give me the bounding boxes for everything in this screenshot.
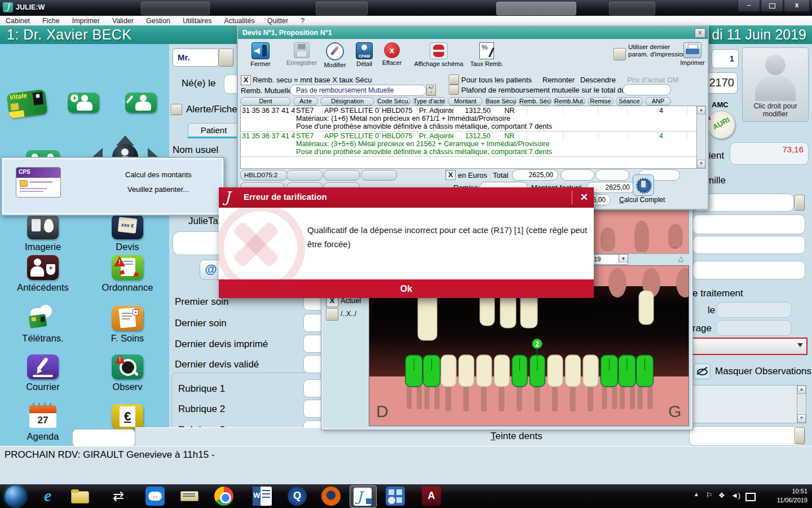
rp-field-4[interactable]: [692, 261, 805, 279]
taskbar-explorer-icon[interactable]: [70, 487, 89, 506]
devis-column-header[interactable]: Séance: [616, 97, 643, 106]
masquer-observations-label[interactable]: Masquer Observations: [715, 366, 811, 377]
le-field[interactable]: [716, 302, 792, 318]
alt-button[interactable]: ALT↕: [426, 85, 436, 96]
taskbar-control-panel-icon[interactable]: [386, 487, 405, 506]
calcul-complet-label[interactable]: Calcul Complet: [619, 196, 665, 204]
tray-flag-icon[interactable]: ⚐: [706, 491, 713, 500]
rp-field-3[interactable]: [692, 236, 805, 254]
rp-field-2[interactable]: [692, 214, 805, 234]
menu-fiche[interactable]: Fiche: [42, 17, 60, 25]
detail-button[interactable]: CPAM Détail: [352, 42, 377, 67]
sidebar-item-imagerie-icon[interactable]: [27, 214, 59, 239]
devis-column-header[interactable]: Remb. Sécu: [519, 97, 551, 106]
observations-box[interactable]: [690, 385, 798, 423]
tray-volume-icon[interactable]: ◄): [731, 491, 740, 500]
tray-clock[interactable]: 10:5111/06/2019: [777, 487, 807, 505]
menu-help[interactable]: ?: [301, 17, 304, 25]
edit-patient-button[interactable]: [125, 93, 157, 113]
chevron-down-icon[interactable]: ▼: [619, 255, 628, 263]
close-button[interactable]: x: [784, 0, 810, 12]
civility-dropdown-button[interactable]: [219, 49, 233, 67]
devis-column-header[interactable]: Acte: [293, 97, 318, 106]
taskbar-chrome-icon[interactable]: [214, 487, 233, 506]
tray-network-icon[interactable]: [745, 493, 756, 501]
menu-utilitaires[interactable]: Utilitaires: [183, 17, 211, 25]
devis-column-header[interactable]: Désignation: [320, 97, 374, 106]
menu-gestion[interactable]: Gestion: [146, 17, 170, 25]
error-close-icon[interactable]: ✕: [572, 191, 588, 204]
sidebar-item-ordonnance-icon[interactable]: !: [112, 255, 143, 280]
en-euros-checkbox[interactable]: X: [445, 170, 456, 180]
sidebar-item-antecedents-label[interactable]: Antécédents: [1, 282, 85, 293]
remb-secu-checkbox[interactable]: X: [241, 75, 251, 85]
sidebar-item-courrier-label[interactable]: Courrier: [1, 382, 85, 392]
menu-cabinet[interactable]: Cabinet: [6, 17, 30, 25]
menu-imprimer[interactable]: Imprimer: [72, 17, 100, 25]
masquer-eye-button[interactable]: [694, 364, 710, 379]
devis-column-header[interactable]: Remb.Mut.: [554, 97, 585, 106]
sidebar-item-teletrans-icon[interactable]: [27, 306, 59, 331]
devis-column-header[interactable]: Montant: [448, 97, 483, 106]
sidebar-item-ordonnance-label[interactable]: Ordonnance: [85, 282, 170, 293]
rp-field-1-button[interactable]: [795, 195, 805, 211]
calcul-complet-button[interactable]: [633, 174, 654, 196]
sidebar-item-antecedents-icon[interactable]: +: [27, 255, 59, 280]
sidebar-item-courrier-icon[interactable]: [27, 354, 59, 379]
teinte-dents-label[interactable]: Teinte dents: [491, 431, 542, 442]
devis-column-header[interactable]: Code Sécu.: [377, 97, 411, 106]
devis-titlebar[interactable]: Devis N°1, Proposition N°1: [238, 27, 708, 39]
rp-bottom-field[interactable]: [689, 426, 805, 446]
menu-actualites[interactable]: Actualités: [224, 17, 254, 25]
descendre-button[interactable]: Descendre: [580, 76, 616, 84]
plafond-checkbox[interactable]: [449, 85, 459, 95]
minimize-button[interactable]: –: [738, 0, 760, 12]
sidebar-item-observ-label[interactable]: Observ: [85, 382, 170, 392]
taskbar-ie-icon[interactable]: e: [44, 487, 63, 506]
alert-checkbox[interactable]: [171, 104, 182, 115]
nb-field[interactable]: 1: [712, 49, 739, 68]
bottom-tab[interactable]: [72, 429, 135, 447]
utiliser-param-checkbox[interactable]: [614, 48, 626, 60]
taskbar-arrows-icon[interactable]: ⇄: [113, 487, 132, 506]
pour-tous-checkbox[interactable]: [449, 75, 459, 85]
devis-column-header[interactable]: ANP: [645, 97, 671, 106]
taskbar-word-icon[interactable]: W: [253, 487, 272, 506]
start-button[interactable]: [5, 486, 25, 506]
patient-photo[interactable]: Clic droit pour modifier: [742, 47, 809, 122]
sidebar-item-fsoins-label[interactable]: F. Soins: [85, 333, 170, 344]
rage-field[interactable]: [716, 320, 792, 336]
error-ok-button[interactable]: Ok: [219, 279, 594, 298]
sidebar-item-acompte-icon[interactable]: €: [112, 404, 143, 429]
modifier-button[interactable]: Modifier: [320, 42, 350, 68]
sidebar-item-imagerie-label[interactable]: Imagerie: [1, 242, 85, 252]
devis-column-header[interactable]: Base Sécu: [485, 97, 517, 106]
imprimer-button[interactable]: Imprimer: [679, 42, 706, 66]
rp-bottom-button[interactable]: [795, 427, 805, 444]
civility-field[interactable]: Mr.: [173, 49, 219, 67]
taskbar-teamviewer-icon[interactable]: ↔: [145, 487, 165, 506]
sidebar-item-agenda-icon[interactable]: 27: [27, 404, 59, 429]
taskbar-firefox-icon[interactable]: [321, 487, 341, 506]
restore-button[interactable]: [761, 0, 783, 12]
devis-column-header[interactable]: Dent: [240, 97, 291, 106]
sidebar-item-teletrans-label[interactable]: Télétrans.: [1, 333, 85, 344]
menu-quitter[interactable]: Quitter: [267, 17, 289, 25]
add-patient-button[interactable]: +: [68, 93, 99, 113]
tab-patient[interactable]: Patient: [188, 123, 240, 137]
tray-expand-icon[interactable]: ▲: [694, 491, 699, 497]
menu-valider[interactable]: Valider: [112, 17, 134, 25]
sidebar-item-fsoins-icon[interactable]: +: [112, 306, 143, 331]
effacer-button[interactable]: x Effacer: [379, 42, 405, 66]
devis-table-scrollbar[interactable]: ▲▼: [696, 106, 706, 169]
prix-achat-field[interactable]: [623, 84, 671, 95]
devis-row[interactable]: 31 35 36 37 41 46 4STE7APP STELLITE 07 D…: [241, 132, 696, 157]
devis-close-button[interactable]: x: [695, 28, 705, 38]
xmask-checkbox[interactable]: [326, 308, 338, 321]
devis-row[interactable]: 31 35 36 37 41 46 4STE7APP STELLITE 07 D…: [241, 106, 696, 132]
tray-sync-icon[interactable]: ❖: [718, 491, 725, 500]
taskbar-printer-icon[interactable]: [179, 487, 198, 506]
collapse-up-icon[interactable]: △: [678, 255, 683, 262]
taskbar-julie-active-button[interactable]: J: [350, 485, 377, 508]
taskbar-magnifier-icon[interactable]: Q: [288, 487, 307, 506]
